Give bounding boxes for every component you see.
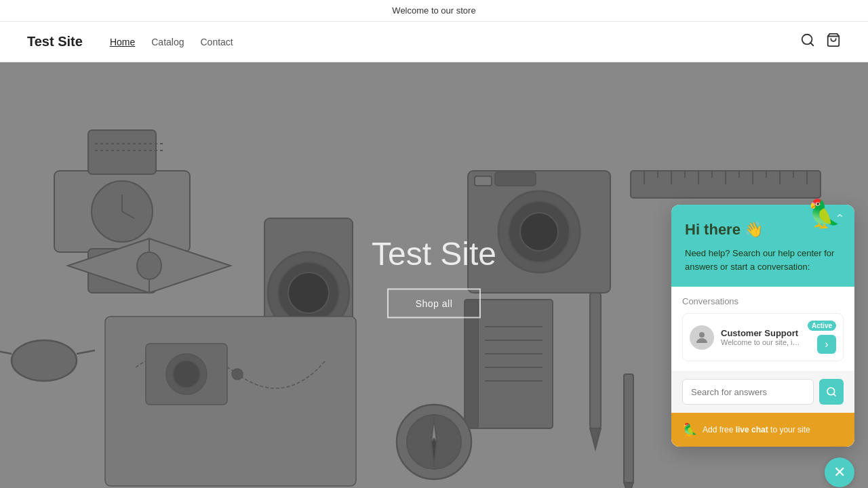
- chat-collapse-button[interactable]: ⌃: [835, 211, 845, 226]
- conversation-preview: Welcome to our site, if you ne...: [721, 338, 801, 346]
- conversations-label: Conversations: [682, 296, 844, 306]
- chat-cta-text: Add free live chat to your site: [703, 425, 810, 434]
- svg-point-14: [137, 252, 161, 279]
- svg-point-46: [173, 361, 200, 388]
- svg-rect-8: [88, 130, 156, 174]
- site-title: Test Site: [27, 34, 83, 49]
- svg-point-18: [288, 272, 329, 313]
- svg-point-39: [12, 340, 77, 381]
- svg-rect-23: [495, 172, 536, 186]
- conversation-right: Active ›: [808, 321, 836, 354]
- conversation-item[interactable]: Customer Support Welcome to our site, if…: [682, 313, 844, 361]
- svg-marker-61: [624, 483, 633, 488]
- search-input[interactable]: [682, 379, 814, 405]
- search-section: [671, 371, 854, 413]
- hero-content: Test Site Shop all: [372, 235, 496, 319]
- chat-cta[interactable]: 🦜 Add free live chat to your site: [671, 413, 854, 447]
- header-left: Test Site Home Catalog Contact: [27, 34, 233, 49]
- svg-line-1: [810, 43, 813, 45]
- nav-home[interactable]: Home: [110, 37, 135, 47]
- svg-point-43: [232, 369, 243, 380]
- nav-contact[interactable]: Contact: [201, 37, 233, 47]
- chat-subtitle: Need help? Search our help center for an…: [685, 247, 841, 273]
- hero-title: Test Site: [372, 235, 496, 272]
- chat-header: 🦜 ⌃ Hi there 👋 Need help? Search our hel…: [671, 205, 854, 287]
- header-icons: [800, 33, 841, 51]
- chat-cta-icon: 🦜: [682, 422, 697, 437]
- main-nav: Home Catalog Contact: [110, 37, 233, 47]
- svg-rect-42: [105, 317, 356, 486]
- nav-catalog[interactable]: Catalog: [151, 37, 184, 47]
- svg-rect-24: [475, 176, 492, 186]
- search-button[interactable]: [819, 379, 844, 405]
- conversation-info: Customer Support Welcome to our site, if…: [721, 328, 801, 346]
- search-icon[interactable]: [800, 33, 815, 51]
- conversation-arrow-button[interactable]: ›: [817, 335, 836, 354]
- chat-body: Conversations Customer Support Welcome t…: [671, 287, 854, 447]
- conversations-section: Conversations Customer Support Welcome t…: [671, 287, 854, 371]
- active-badge: Active: [808, 321, 836, 331]
- hero-section: Test Site Shop all 🦜 ⌃ Hi there 👋 Need h…: [0, 62, 868, 488]
- svg-rect-48: [465, 300, 478, 428]
- svg-line-64: [833, 394, 835, 396]
- shop-all-button[interactable]: Shop all: [387, 289, 481, 319]
- svg-point-62: [699, 332, 705, 338]
- conversation-avatar: [690, 325, 714, 350]
- chat-widget: 🦜 ⌃ Hi there 👋 Need help? Search our hel…: [671, 205, 854, 447]
- chat-close-button[interactable]: ✕: [825, 458, 854, 487]
- svg-rect-54: [590, 293, 601, 428]
- conversation-name: Customer Support: [721, 328, 801, 338]
- banner-text: Welcome to our store: [392, 5, 475, 16]
- top-banner: Welcome to our store: [0, 0, 868, 22]
- cart-icon[interactable]: [826, 33, 841, 51]
- svg-rect-60: [624, 374, 633, 483]
- svg-point-22: [520, 213, 558, 251]
- header: Test Site Home Catalog Contact: [0, 22, 868, 62]
